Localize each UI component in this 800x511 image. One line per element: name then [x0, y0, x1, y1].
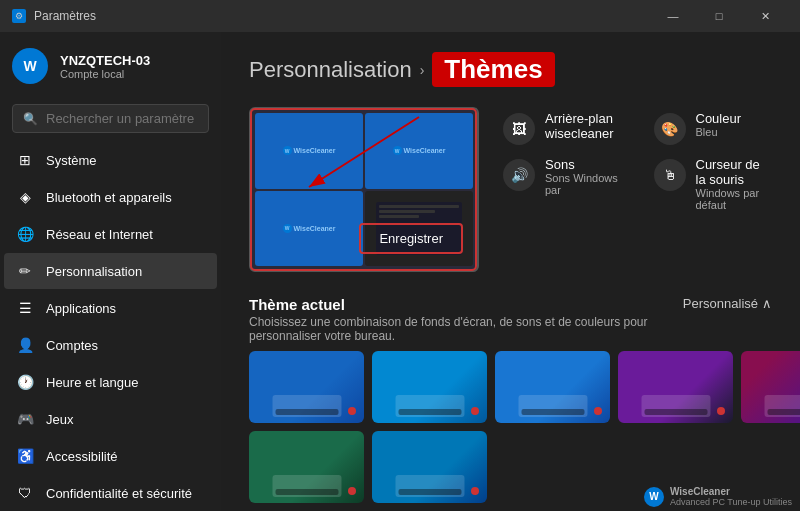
option-subtitle-curseur: Windows par défaut	[696, 187, 773, 211]
nav-icon-bluetooth: ◈	[16, 188, 34, 206]
user-info: YNZQTECH-03 Compte local	[60, 53, 150, 80]
theme-options-grid: 🖼 Arrière-plan wisecleaner 🎨 Couleur Ble…	[503, 107, 772, 211]
theme-thumb-t1[interactable]	[249, 351, 364, 423]
theme-thumb-t6[interactable]	[249, 431, 364, 503]
themes-grid	[249, 351, 772, 503]
thumb-mini-ui-t1	[272, 395, 341, 417]
close-button[interactable]: ✕	[742, 0, 788, 32]
nav-label-heure: Heure et langue	[46, 375, 139, 390]
thumb-mini-bar-t4	[644, 409, 707, 415]
top-section: W WiseCleaner W WiseCleaner W Wise	[249, 107, 772, 272]
sidebar-item-accessibilite[interactable]: ♿ Accessibilité	[4, 438, 217, 474]
wc-tagline: Advanced PC Tune-up Utilities	[670, 497, 792, 507]
themes-row-0	[249, 351, 772, 423]
user-section[interactable]: W YNZQTECH-03 Compte local	[0, 32, 221, 100]
thumb-mini-bar-t2	[398, 409, 461, 415]
nav-icon-personnalisation: ✏	[16, 262, 34, 280]
sidebar-item-confidentialite[interactable]: 🛡 Confidentialité et sécurité	[4, 475, 217, 511]
option-icon-curseur: 🖱	[654, 159, 686, 191]
content-area: Personnalisation › Thèmes W WiseCleaner	[221, 32, 800, 511]
preview-cell-2: W WiseCleaner	[365, 113, 473, 189]
nav-label-bluetooth: Bluetooth et appareils	[46, 190, 172, 205]
nav-label-jeux: Jeux	[46, 412, 73, 427]
theme-actuel-title: Thème actuel	[249, 296, 683, 313]
search-input[interactable]	[46, 111, 198, 126]
option-item-sons[interactable]: 🔊 Sons Sons Windows par	[503, 157, 622, 211]
option-item-curseur[interactable]: 🖱 Curseur de la souris Windows par défau…	[654, 157, 773, 211]
search-icon: 🔍	[23, 112, 38, 126]
theme-thumb-t2[interactable]	[372, 351, 487, 423]
option-title-sons: Sons	[545, 157, 622, 172]
thumb-red-dot-t4	[717, 407, 725, 415]
sidebar: W YNZQTECH-03 Compte local 🔍 ⊞ Système ◈…	[0, 32, 221, 511]
option-subtitle-sons: Sons Windows par	[545, 172, 622, 196]
maximize-button[interactable]: □	[696, 0, 742, 32]
nav-icon-heure: 🕐	[16, 373, 34, 391]
enregistrer-button[interactable]: Enregistrer	[359, 223, 463, 254]
thumb-inner-t1	[249, 351, 364, 423]
nav-label-applications: Applications	[46, 301, 116, 316]
theme-thumb-t4[interactable]	[618, 351, 733, 423]
wisecleaner-watermark: W WiseCleaner Advanced PC Tune-up Utilit…	[644, 486, 792, 507]
thumb-red-dot-t7	[471, 487, 479, 495]
thumb-mini-ui-t6	[272, 475, 341, 497]
wc-text: WiseCleaner Advanced PC Tune-up Utilitie…	[670, 486, 792, 507]
option-item-arriere-plan[interactable]: 🖼 Arrière-plan wisecleaner	[503, 111, 622, 145]
theme-thumb-t3[interactable]	[495, 351, 610, 423]
titlebar-left: ⚙ Paramètres	[12, 9, 96, 23]
preview-cell-1: W WiseCleaner	[255, 113, 363, 189]
user-subtitle: Compte local	[60, 68, 150, 80]
breadcrumb-parent: Personnalisation	[249, 57, 412, 83]
thumb-mini-bar-t5	[767, 409, 800, 415]
breadcrumb-arrow: ›	[420, 62, 425, 78]
thumb-mini-ui-t5	[764, 395, 800, 417]
titlebar: ⚙ Paramètres — □ ✕	[0, 0, 800, 32]
search-box[interactable]: 🔍	[12, 104, 209, 133]
option-text-curseur: Curseur de la souris Windows par défaut	[696, 157, 773, 211]
options-area: 🖼 Arrière-plan wisecleaner 🎨 Couleur Ble…	[503, 107, 772, 211]
thumb-red-dot-t6	[348, 487, 356, 495]
nav-label-accessibilite: Accessibilité	[46, 449, 118, 464]
option-text-couleur: Couleur Bleu	[696, 111, 742, 138]
option-title-curseur: Curseur de la souris	[696, 157, 773, 187]
thumb-inner-t4	[618, 351, 733, 423]
theme-thumb-t5[interactable]	[741, 351, 800, 423]
thumb-mini-bar-t6	[275, 489, 338, 495]
sidebar-item-systeme[interactable]: ⊞ Système	[4, 142, 217, 178]
option-icon-sons: 🔊	[503, 159, 535, 191]
nav-label-reseau: Réseau et Internet	[46, 227, 153, 242]
theme-thumb-t7[interactable]	[372, 431, 487, 503]
sidebar-item-bluetooth[interactable]: ◈ Bluetooth et appareils	[4, 179, 217, 215]
chevron-up-icon: ∧	[762, 296, 772, 311]
thumb-inner-t5	[741, 351, 800, 423]
option-icon-arriere-plan: 🖼	[503, 113, 535, 145]
titlebar-controls: — □ ✕	[650, 0, 788, 32]
option-title-arriere-plan: Arrière-plan wisecleaner	[545, 111, 622, 141]
sidebar-item-jeux[interactable]: 🎮 Jeux	[4, 401, 217, 437]
main-layout: W YNZQTECH-03 Compte local 🔍 ⊞ Système ◈…	[0, 32, 800, 511]
nav-icon-comptes: 👤	[16, 336, 34, 354]
nav-label-personnalisation: Personnalisation	[46, 264, 142, 279]
option-item-couleur[interactable]: 🎨 Couleur Bleu	[654, 111, 773, 145]
minimize-button[interactable]: —	[650, 0, 696, 32]
theme-actuel-text: Thème actuel Choisissez une combinaison …	[249, 296, 683, 343]
thumb-mini-bar-t7	[398, 489, 461, 495]
theme-actuel-header: Thème actuel Choisissez une combinaison …	[249, 296, 772, 343]
option-icon-couleur: 🎨	[654, 113, 686, 145]
app-icon: ⚙	[12, 9, 26, 23]
user-name: YNZQTECH-03	[60, 53, 150, 68]
sidebar-item-comptes[interactable]: 👤 Comptes	[4, 327, 217, 363]
sidebar-item-heure[interactable]: 🕐 Heure et langue	[4, 364, 217, 400]
preview-cell-3: W WiseCleaner	[255, 191, 363, 267]
thumb-inner-t7	[372, 431, 487, 503]
nav-icon-applications: ☰	[16, 299, 34, 317]
nav-label-comptes: Comptes	[46, 338, 98, 353]
enregistrer-overlay[interactable]: Enregistrer	[359, 215, 463, 254]
sidebar-item-applications[interactable]: ☰ Applications	[4, 290, 217, 326]
nav-label-systeme: Système	[46, 153, 97, 168]
sidebar-item-personnalisation[interactable]: ✏ Personnalisation	[4, 253, 217, 289]
sidebar-item-reseau[interactable]: 🌐 Réseau et Internet	[4, 216, 217, 252]
thumb-mini-ui-t7	[395, 475, 464, 497]
breadcrumb-current: Thèmes	[432, 52, 554, 87]
breadcrumb: Personnalisation › Thèmes	[249, 52, 772, 87]
